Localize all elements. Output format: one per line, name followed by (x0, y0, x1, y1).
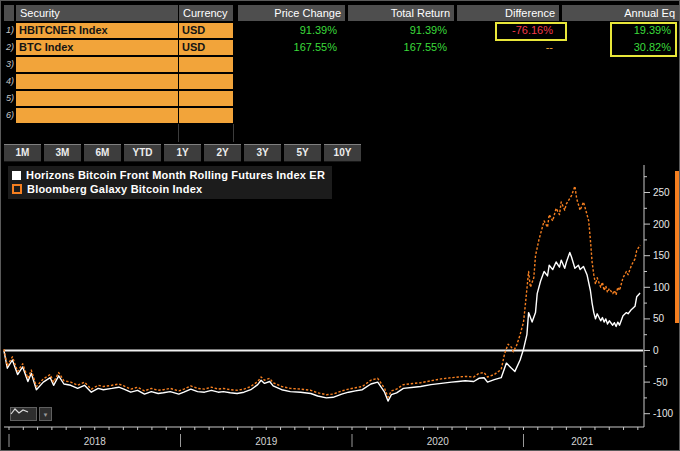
difference-cell: -- (457, 40, 557, 55)
row-number: 6) (1, 108, 14, 123)
line-chart-icon (10, 407, 29, 416)
col-header-total-return: Total Return (348, 5, 454, 21)
currency-input-cell[interactable]: USD (179, 23, 233, 38)
period-button-5y[interactable]: 5Y (284, 144, 321, 162)
difference-cell: -76.16% (457, 23, 557, 38)
legend-swatch-solid-icon (12, 171, 21, 180)
row-number: 1) (1, 23, 14, 38)
col-header-currency: Currency (179, 5, 233, 21)
total-return-cell: 91.39% (348, 23, 451, 38)
period-button-ytd[interactable]: YTD (124, 144, 161, 162)
chart-toolbar: ▾ (10, 407, 52, 421)
security-input-cell[interactable] (16, 91, 178, 106)
x-axis-year-label: 2018 (84, 436, 107, 447)
series-line-btc (4, 186, 640, 397)
legend-label: Horizons Bitcoin Front Month Rolling Fut… (26, 169, 325, 181)
col-header-price-change: Price Change (238, 5, 345, 21)
col-header-difference: Difference (457, 5, 559, 21)
currency-input-cell[interactable] (179, 108, 233, 123)
row-number: 2) (1, 40, 14, 55)
col-header-annual-eq: Annual Eq (562, 5, 679, 21)
price-change-cell: 91.39% (238, 23, 341, 38)
chart-legend: Horizons Bitcoin Front Month Rolling Fut… (8, 166, 332, 199)
period-button-1y[interactable]: 1Y (164, 144, 201, 162)
y-axis-label: 0 (653, 345, 659, 356)
price-change-cell: 167.55% (238, 40, 341, 55)
y-axis-label: 150 (653, 250, 670, 261)
table-corner-cell (4, 5, 14, 21)
security-input-cell[interactable] (16, 57, 178, 72)
y-axis-label: -100 (653, 408, 673, 419)
period-button-10y[interactable]: 10Y (324, 144, 361, 162)
row-number: 3) (1, 57, 14, 72)
x-axis-year-label: 2021 (571, 436, 594, 447)
total-return-cell: 167.55% (348, 40, 451, 55)
bloomberg-comp-screen: Security Currency Price Change Total Ret… (0, 0, 680, 451)
scroll-indicator-bar (675, 171, 679, 323)
y-axis-label: -50 (653, 377, 668, 388)
currency-input-cell[interactable] (179, 74, 233, 89)
grid-line (178, 124, 179, 142)
row-number: 5) (1, 91, 14, 106)
chart-type-button[interactable] (10, 407, 37, 421)
y-axis-label: 200 (653, 219, 670, 230)
legend-item-btc[interactable]: Bloomberg Galaxy Bitcoin Index (12, 182, 325, 196)
legend-swatch-dashed-icon (12, 184, 22, 194)
y-axis-label: 50 (653, 313, 665, 324)
series-line-hbitcner (4, 253, 640, 402)
period-button-6m[interactable]: 6M (84, 144, 121, 162)
currency-input-cell[interactable] (179, 57, 233, 72)
security-input-cell[interactable]: BTC Index (16, 40, 178, 55)
chart-canvas[interactable]: 2018201920202021250200150100500-50-100 H… (1, 164, 680, 451)
x-axis-year-label: 2020 (427, 436, 450, 447)
security-input-cell[interactable] (16, 74, 178, 89)
y-axis-label: 250 (653, 187, 670, 198)
security-input-cell[interactable]: HBITCNER Index (16, 23, 178, 38)
period-button-3m[interactable]: 3M (44, 144, 81, 162)
price-chart-svg[interactable]: 2018201920202021250200150100500-50-100 (1, 164, 680, 451)
chart-type-dropdown-button[interactable]: ▾ (39, 407, 52, 421)
y-axis-label: 100 (653, 282, 670, 293)
annual-eq-cell: 30.82% (562, 40, 675, 55)
col-header-security: Security (16, 5, 178, 21)
period-button-2y[interactable]: 2Y (204, 144, 241, 162)
period-button-3y[interactable]: 3Y (244, 144, 281, 162)
currency-input-cell[interactable] (179, 91, 233, 106)
security-input-cell[interactable] (16, 108, 178, 123)
period-button-1m[interactable]: 1M (4, 144, 41, 162)
period-button-bar: 1M 3M 6M YTD 1Y 2Y 3Y 5Y 10Y (4, 144, 361, 162)
x-axis-year-label: 2019 (255, 436, 278, 447)
row-number: 4) (1, 74, 14, 89)
legend-item-hbitcner[interactable]: Horizons Bitcoin Front Month Rolling Fut… (12, 168, 325, 182)
dropdown-arrow-icon: ▾ (44, 411, 48, 418)
legend-label: Bloomberg Galaxy Bitcoin Index (27, 183, 202, 195)
annual-eq-cell: 19.39% (562, 23, 675, 38)
grid-line (233, 124, 234, 142)
currency-input-cell[interactable]: USD (179, 40, 233, 55)
